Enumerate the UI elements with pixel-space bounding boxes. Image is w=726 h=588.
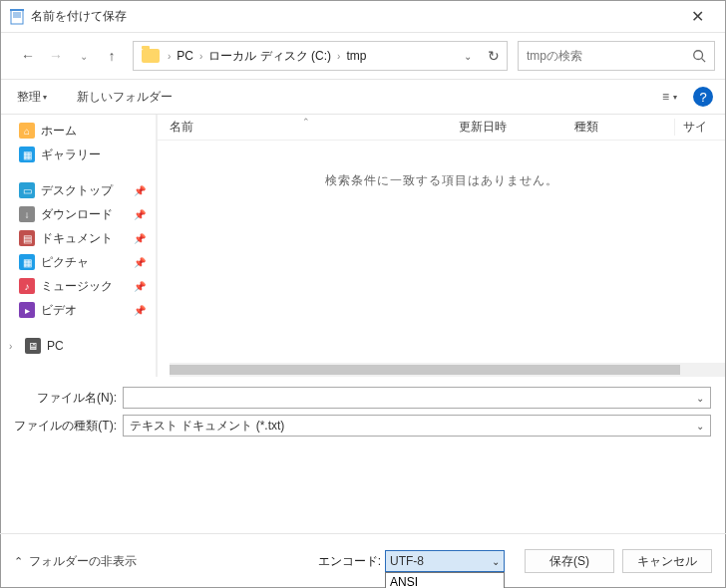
filetype-select[interactable]: テキスト ドキュメント (*.txt)⌄	[123, 415, 711, 437]
app-icon	[9, 9, 25, 25]
filetype-label: ファイルの種類(T):	[1, 418, 123, 435]
hide-folders-toggle[interactable]: ⌃フォルダーの非表示	[14, 553, 137, 570]
sidebar-item-gallery[interactable]: ▦ギャラリー	[1, 143, 156, 166]
view-options-button[interactable]: ≡ ▾	[656, 90, 683, 104]
nav-row: ← → ⌄ ↑ › PC › ローカル ディスク (C:) › tmp ⌄ ↻ …	[1, 33, 725, 79]
search-placeholder: tmpの検索	[527, 48, 692, 65]
sort-indicator: ⌃	[302, 117, 310, 127]
column-size[interactable]: サイ	[674, 119, 725, 136]
picture-icon: ▦	[19, 254, 35, 270]
footer: ⌃フォルダーの非表示 エンコード: UTF-8 ⌄ ANSI UTF-16 LE…	[0, 533, 726, 588]
column-modified[interactable]: 更新日時	[447, 119, 562, 136]
scrollbar-thumb[interactable]	[170, 365, 680, 375]
sidebar-item-pc[interactable]: ›🖥PC	[1, 334, 156, 358]
encoding-select[interactable]: UTF-8 ⌄ ANSI UTF-16 LE UTF-16 BE UTF-8 U…	[385, 550, 505, 572]
chevron-icon: ⌃	[14, 555, 23, 568]
column-name[interactable]: 名前⌃	[158, 119, 447, 136]
horizontal-scrollbar[interactable]	[170, 363, 725, 377]
sidebar-item-videos[interactable]: ▸ビデオ📌	[1, 298, 156, 322]
help-button[interactable]: ?	[693, 87, 713, 107]
chevron-down-icon[interactable]: ⌄	[696, 393, 704, 404]
new-folder-button[interactable]: 新しいフォルダー	[73, 89, 177, 106]
encoding-dropdown: ANSI UTF-16 LE UTF-16 BE UTF-8 UTF-8 (BO…	[385, 572, 505, 588]
main-area: ⌂ホーム ▦ギャラリー ▭デスクトップ📌 ↓ダウンロード📌 ▤ドキュメント📌 ▦…	[1, 115, 725, 377]
pin-icon: 📌	[134, 281, 146, 292]
file-pane: 名前⌃ 更新日時 種類 サイ 検索条件に一致する項目はありません。	[158, 115, 725, 377]
gallery-icon: ▦	[19, 147, 35, 162]
video-icon: ▸	[19, 302, 35, 318]
home-icon: ⌂	[19, 123, 35, 139]
chevron-icon: ›	[166, 51, 173, 62]
music-icon: ♪	[19, 278, 35, 294]
pin-icon: 📌	[134, 185, 146, 196]
document-icon: ▤	[19, 230, 35, 246]
pin-icon: 📌	[134, 209, 146, 220]
desktop-icon: ▭	[19, 182, 35, 198]
sidebar-item-pictures[interactable]: ▦ピクチャ📌	[1, 250, 156, 274]
fields-area: ファイル名(N): ⌄ ファイルの種類(T): テキスト ドキュメント (*.t…	[1, 377, 725, 448]
breadcrumb-pc[interactable]: PC	[173, 49, 197, 63]
close-button[interactable]: ✕	[677, 3, 717, 31]
sidebar-item-music[interactable]: ♪ミュージック📌	[1, 274, 156, 298]
address-dropdown[interactable]: ⌄	[455, 51, 481, 62]
svg-rect-4	[10, 9, 24, 11]
chevron-icon: ›	[9, 341, 19, 352]
search-input[interactable]: tmpの検索	[518, 41, 715, 71]
cancel-button[interactable]: キャンセル	[622, 549, 712, 573]
download-icon: ↓	[19, 206, 35, 222]
window-title: 名前を付けて保存	[31, 8, 677, 25]
sidebar: ⌂ホーム ▦ギャラリー ▭デスクトップ📌 ↓ダウンロード📌 ▤ドキュメント📌 ▦…	[1, 115, 158, 377]
back-button[interactable]: ←	[15, 43, 41, 69]
pc-icon: 🖥	[25, 338, 41, 354]
sidebar-item-documents[interactable]: ▤ドキュメント📌	[1, 226, 156, 250]
address-bar[interactable]: › PC › ローカル ディスク (C:) › tmp ⌄ ↻	[133, 41, 508, 71]
up-button[interactable]: ↑	[99, 43, 125, 69]
column-type[interactable]: 種類	[562, 119, 674, 136]
breadcrumb-drive[interactable]: ローカル ディスク (C:)	[204, 48, 335, 65]
pin-icon: 📌	[134, 233, 146, 244]
sidebar-item-desktop[interactable]: ▭デスクトップ📌	[1, 178, 156, 202]
empty-message: 検索条件に一致する項目はありません。	[158, 172, 725, 189]
encoding-label: エンコード:	[318, 553, 381, 570]
sidebar-item-downloads[interactable]: ↓ダウンロード📌	[1, 202, 156, 226]
forward-button[interactable]: →	[43, 43, 69, 69]
encoding-option-ansi[interactable]: ANSI	[386, 573, 504, 588]
chevron-icon: ›	[335, 51, 342, 62]
breadcrumb-folder[interactable]: tmp	[342, 49, 370, 63]
refresh-button[interactable]: ↻	[481, 48, 507, 64]
chevron-down-icon: ⌄	[492, 556, 500, 567]
organize-button[interactable]: 整理▾	[13, 89, 51, 106]
svg-line-6	[702, 59, 706, 63]
titlebar: 名前を付けて保存 ✕	[1, 1, 725, 33]
folder-icon	[142, 49, 160, 63]
column-headers: 名前⌃ 更新日時 種類 サイ	[158, 115, 725, 141]
toolbar: 整理▾ 新しいフォルダー ≡ ▾ ?	[1, 79, 725, 115]
filename-input[interactable]: ⌄	[123, 387, 711, 409]
pin-icon: 📌	[134, 305, 146, 316]
recent-dropdown[interactable]: ⌄	[71, 43, 97, 69]
search-icon	[692, 49, 706, 63]
svg-point-5	[694, 51, 703, 60]
pin-icon: 📌	[134, 257, 146, 268]
chevron-icon: ›	[197, 51, 204, 62]
save-button[interactable]: 保存(S)	[525, 549, 614, 573]
sidebar-item-home[interactable]: ⌂ホーム	[1, 119, 156, 143]
filename-label: ファイル名(N):	[1, 390, 123, 407]
chevron-down-icon[interactable]: ⌄	[696, 421, 704, 432]
